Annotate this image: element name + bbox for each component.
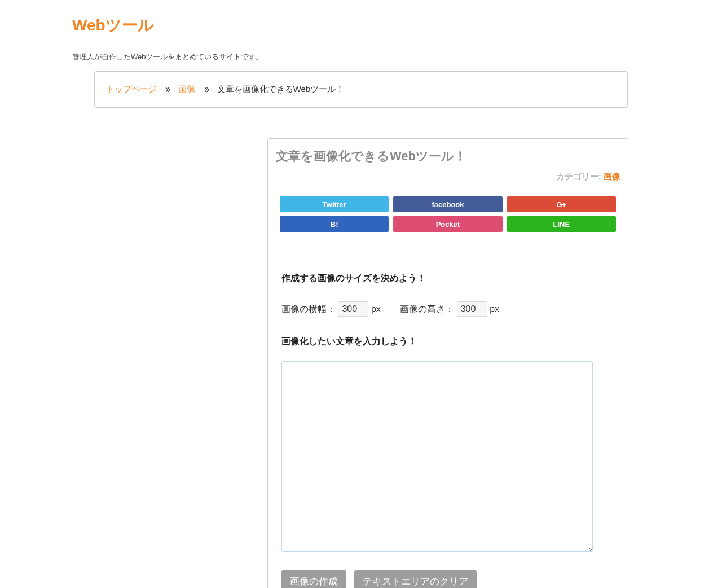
site-title[interactable]: Webツール (72, 15, 699, 36)
form-block: 作成する画像のサイズを決めよう！ 画像の横幅： px 画像の高さ： px 画像化… (275, 273, 620, 588)
category-row: カテゴリー: 画像 (275, 172, 620, 182)
width-label: 画像の横幅： (281, 304, 336, 315)
height-input[interactable] (457, 301, 487, 317)
breadcrumb-link-top[interactable]: トップページ (106, 84, 157, 94)
breadcrumb: トップページ 画像 文章を画像化できるWebツール！ (94, 71, 628, 108)
share-facebook-button[interactable]: facebook (393, 196, 502, 212)
size-heading: 作成する画像のサイズを決めよう！ (281, 273, 614, 284)
site-description: 管理人が自作したWebツールをまとめているサイトです。 (72, 52, 699, 62)
text-heading: 画像化したい文章を入力しよう！ (281, 336, 614, 348)
breadcrumb-current: 文章を画像化できるWebツール！ (217, 84, 345, 94)
height-unit: px (490, 304, 499, 314)
breadcrumb-link-category[interactable]: 画像 (178, 84, 195, 94)
chevron-right-icon (164, 86, 171, 94)
create-image-button[interactable]: 画像の作成 (281, 570, 346, 588)
clear-textarea-button[interactable]: テキストエリアのクリア (354, 570, 477, 588)
share-hatena-button[interactable]: B! (280, 216, 389, 232)
width-input[interactable] (338, 301, 368, 317)
category-label: カテゴリー: (556, 172, 604, 181)
share-twitter-button[interactable]: Twitter (280, 196, 389, 212)
size-row: 画像の横幅： px 画像の高さ： px (281, 301, 614, 317)
chevron-right-icon (202, 86, 210, 94)
article-title: 文章を画像化できるWebツール！ (276, 148, 620, 165)
category-link[interactable]: 画像 (604, 172, 620, 181)
share-googleplus-button[interactable]: G+ (507, 196, 616, 212)
share-row-2: B! Pocket LINE (275, 216, 620, 232)
text-input[interactable] (281, 361, 593, 552)
width-unit: px (371, 304, 381, 314)
share-pocket-button[interactable]: Pocket (393, 216, 502, 232)
button-row: 画像の作成 テキストエリアのクリア (281, 570, 614, 588)
height-label: 画像の高さ： (400, 304, 454, 315)
share-line-button[interactable]: LINE (507, 216, 616, 232)
article-card: 文章を画像化できるWebツール！ カテゴリー: 画像 Twitter faceb… (267, 138, 628, 588)
share-row-1: Twitter facebook G+ (275, 196, 620, 212)
